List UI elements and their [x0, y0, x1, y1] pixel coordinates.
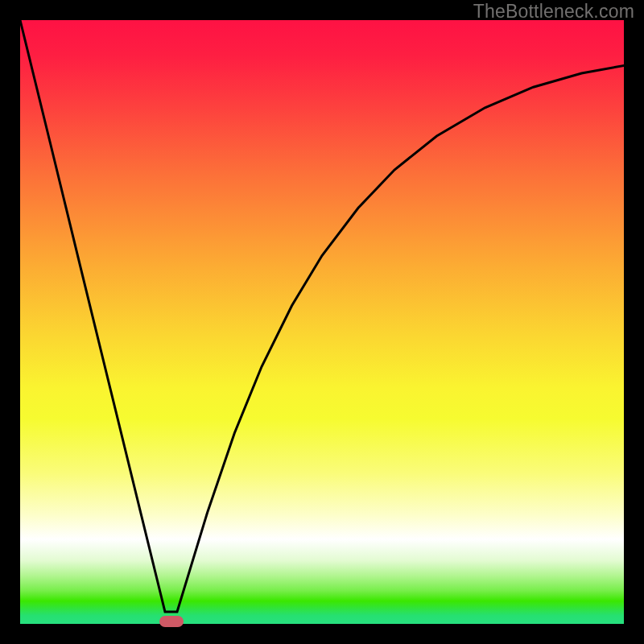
- watermark-text: TheBottleneck.com: [473, 1, 634, 23]
- curve-layer: [20, 20, 624, 624]
- plot-area: [20, 20, 624, 624]
- curve-path: [20, 20, 624, 612]
- valley-marker: [159, 616, 184, 627]
- chart-container: TheBottleneck.com: [0, 0, 644, 644]
